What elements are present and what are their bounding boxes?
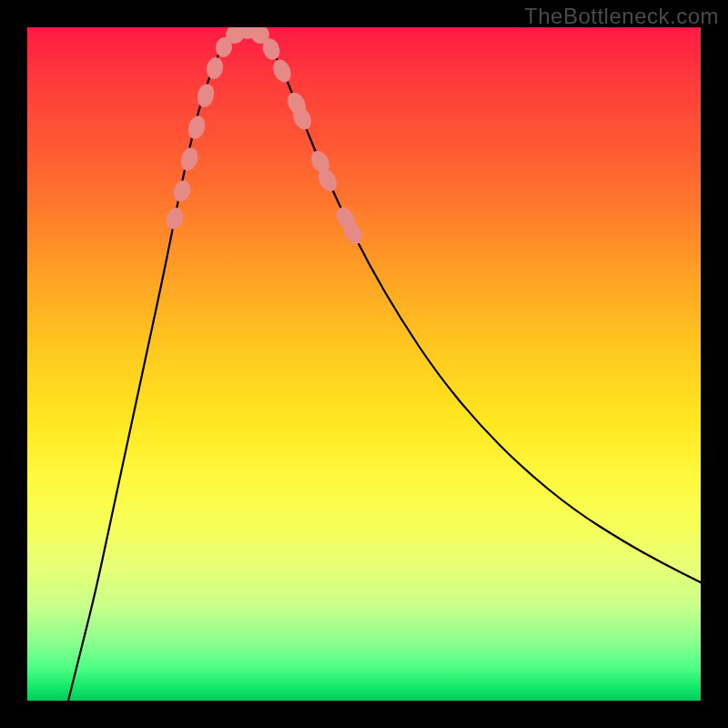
data-markers bbox=[164, 27, 367, 248]
bottleneck-curve bbox=[68, 29, 701, 701]
watermark-text: TheBottleneck.com bbox=[524, 4, 719, 29]
data-marker bbox=[269, 56, 294, 85]
data-marker bbox=[171, 178, 194, 204]
plot-area bbox=[27, 27, 701, 701]
curve-svg bbox=[27, 27, 701, 701]
data-marker bbox=[186, 114, 207, 141]
data-marker bbox=[178, 146, 200, 173]
data-marker bbox=[164, 206, 187, 231]
data-marker bbox=[195, 82, 217, 109]
data-marker bbox=[205, 56, 226, 80]
chart-frame: TheBottleneck.com bbox=[0, 0, 728, 728]
